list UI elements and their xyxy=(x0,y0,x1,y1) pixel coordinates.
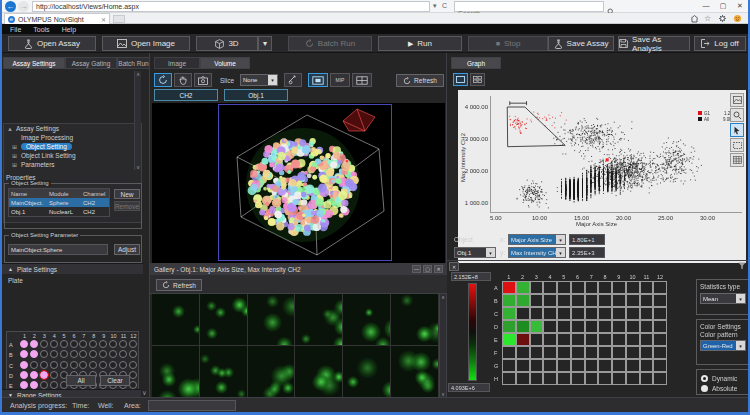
scale-mode-option[interactable]: Dynamic xyxy=(701,373,737,383)
favorites-star-icon[interactable]: ☆ xyxy=(704,14,711,23)
heatmap-cell-A11[interactable] xyxy=(640,281,654,294)
tree-box-icon[interactable]: ⊞ xyxy=(12,161,18,168)
maximize-button[interactable]: ▢ xyxy=(715,0,731,12)
tree-item[interactable]: ⊞Object Link Setting xyxy=(4,151,141,160)
heatmap-close-button[interactable]: ✕ xyxy=(449,262,459,271)
heatmap-cell-E8[interactable] xyxy=(598,333,612,346)
heatmap-cell-H11[interactable] xyxy=(640,372,654,385)
minimize-button[interactable]: — xyxy=(698,0,714,12)
heatmap-cell-A7[interactable] xyxy=(585,281,599,294)
batch-run-button[interactable]: Batch Run xyxy=(288,36,372,51)
tab-image[interactable]: Image xyxy=(154,57,200,69)
x-axis-dropdown[interactable]: Major Axis Size ▾ xyxy=(508,234,566,245)
heatmap-cell-H5[interactable] xyxy=(557,372,571,385)
table-row[interactable]: Obj.1NuclearLCH2 xyxy=(9,207,109,216)
plate-well-B5[interactable] xyxy=(60,350,68,358)
heatmap-cell-H6[interactable] xyxy=(571,372,585,385)
plate-well-B10[interactable] xyxy=(109,350,117,358)
plate-well-E1[interactable] xyxy=(20,381,28,389)
heatmap-cell-C9[interactable] xyxy=(612,307,626,320)
new-tab-button[interactable] xyxy=(113,15,125,23)
plate-well-A2[interactable] xyxy=(30,340,38,348)
gallery-close-icon[interactable]: ✕ xyxy=(434,265,443,273)
heatmap-cell-B9[interactable] xyxy=(612,294,626,307)
rotate-tool-button[interactable] xyxy=(154,73,172,87)
tab-close-icon[interactable]: ✕ xyxy=(101,16,106,23)
menu-file[interactable]: File xyxy=(10,26,21,33)
gallery-titlebar[interactable]: Gallery - Obj.1: Major Axis Size, Max In… xyxy=(150,263,447,275)
plate-clear-button[interactable]: Clear xyxy=(100,375,130,386)
plate-well-A3[interactable] xyxy=(40,340,48,348)
object-dropdown[interactable]: Obj.1 ▾ xyxy=(454,247,496,258)
heatmap-cell-A9[interactable] xyxy=(612,281,626,294)
heatmap-cell-F12[interactable] xyxy=(653,346,667,359)
tree-box-icon[interactable]: ⊞ xyxy=(12,143,18,150)
snapshot-tool-button[interactable] xyxy=(194,73,212,87)
address-caret-icon[interactable]: ▾ xyxy=(433,2,437,10)
gallery-refresh-button[interactable]: Refresh xyxy=(156,279,202,291)
gate-rectangle-button[interactable] xyxy=(730,138,744,152)
heatmap-cell-C7[interactable] xyxy=(585,307,599,320)
heatmap-cell-E1[interactable] xyxy=(502,333,516,346)
plate-well-C11[interactable] xyxy=(119,361,127,369)
close-button[interactable]: ✕ xyxy=(732,0,748,12)
heatmap-cell-A2[interactable] xyxy=(516,281,530,294)
volume-refresh-button[interactable]: Refresh xyxy=(396,74,444,87)
radio-icon[interactable] xyxy=(701,385,708,392)
plate-well-B7[interactable] xyxy=(79,350,87,358)
open-assay-button[interactable]: Open Assay xyxy=(8,36,96,51)
heatmap-cell-F7[interactable] xyxy=(585,346,599,359)
parameter-value-box[interactable]: MainObject:Sphere xyxy=(8,244,108,255)
plate-well-C5[interactable] xyxy=(60,361,68,369)
run-button[interactable]: ▶ Run xyxy=(378,36,462,51)
plate-well-E3[interactable] xyxy=(40,381,48,389)
heatmap-cell-F6[interactable] xyxy=(571,346,585,359)
plate-well-D2[interactable] xyxy=(30,371,38,379)
tree-scrollbar[interactable]: ∧ ∨ xyxy=(134,71,141,170)
plate-well-A9[interactable] xyxy=(99,340,107,348)
address-bar[interactable]: http://localhost/Views/Home.aspx xyxy=(32,1,430,12)
heatmap-cell-C6[interactable] xyxy=(571,307,585,320)
heatmap-cell-D7[interactable] xyxy=(585,320,599,333)
plate-well-A1[interactable] xyxy=(20,340,28,348)
new-button[interactable]: New xyxy=(114,189,140,199)
heatmap-cell-F2[interactable] xyxy=(516,346,530,359)
heatmap-cell-C10[interactable] xyxy=(626,307,640,320)
heatmap-cell-B7[interactable] xyxy=(585,294,599,307)
plate-well-D12[interactable] xyxy=(129,371,137,379)
heatmap-cell-G3[interactable] xyxy=(530,359,544,372)
gallery-thumbnail[interactable] xyxy=(343,294,391,346)
heatmap-cell-H9[interactable] xyxy=(612,372,626,385)
clip-tool-button[interactable] xyxy=(284,73,302,87)
heatmap-cell-D8[interactable] xyxy=(598,320,612,333)
heatmap-cell-H3[interactable] xyxy=(530,372,544,385)
tab-assay-settings[interactable]: Assay Settings xyxy=(3,57,65,69)
gallery-thumbnail[interactable] xyxy=(391,346,439,397)
tab-graph[interactable]: Graph xyxy=(451,57,501,69)
heatmap-cell-G5[interactable] xyxy=(557,359,571,372)
heatmap-cell-D5[interactable] xyxy=(557,320,571,333)
plate-well-A11[interactable] xyxy=(119,340,127,348)
zoom-plot-button[interactable] xyxy=(730,108,744,122)
heatmap-cell-C1[interactable] xyxy=(502,307,516,320)
heatmap-cell-G11[interactable] xyxy=(640,359,654,372)
plate-well-A4[interactable] xyxy=(50,340,58,348)
tab-batch-run[interactable]: Batch Run xyxy=(117,57,150,69)
menu-help[interactable]: Help xyxy=(62,26,76,33)
heatmap-cell-H2[interactable] xyxy=(516,372,530,385)
tree-item[interactable]: ⊞Object Setting xyxy=(4,142,141,151)
heatmap-cell-H7[interactable] xyxy=(585,372,599,385)
plate-settings-header[interactable]: ▲ Plate Settings xyxy=(2,263,143,274)
plate-well-B4[interactable] xyxy=(50,350,58,358)
gallery-thumbnail[interactable] xyxy=(248,294,296,346)
heatmap-cell-G1[interactable] xyxy=(502,359,516,372)
gallery-thumbnail[interactable] xyxy=(295,294,343,346)
pointer-tool-button[interactable] xyxy=(730,123,744,137)
volume-viewport[interactable] xyxy=(152,103,445,263)
heatmap-cell-F11[interactable] xyxy=(640,346,654,359)
plate-well-D1[interactable] xyxy=(20,371,28,379)
save-assay-button[interactable]: Save Assay xyxy=(548,36,614,51)
plate-well-C6[interactable] xyxy=(70,361,78,369)
heatmap-cell-H1[interactable] xyxy=(502,372,516,385)
scroll-up-icon[interactable]: ∧ xyxy=(441,294,445,300)
